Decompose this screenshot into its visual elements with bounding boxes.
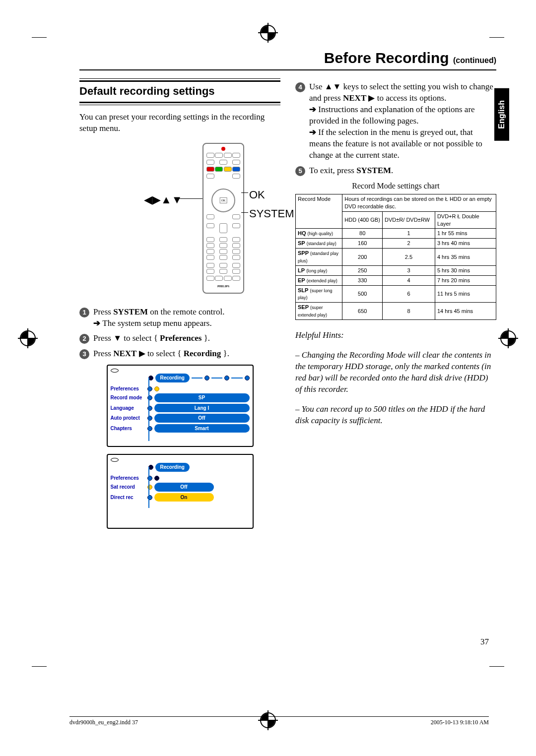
- table-row: EP (extended play)33047 hrs 20 mins: [296, 275, 496, 285]
- step2-preferences: Preferences: [160, 333, 201, 343]
- step3-text-c: ▶ to select {: [136, 349, 183, 358]
- osd2-satrecord-value: Off: [154, 483, 214, 492]
- step5-text-c: .: [391, 166, 393, 175]
- step-number-1: 1: [79, 308, 89, 317]
- th-hdd: HDD (400 GB): [342, 211, 383, 229]
- hints-title: Helpful Hints:: [295, 330, 496, 341]
- step-number-5: 5: [295, 166, 305, 176]
- crop-line: [32, 37, 47, 38]
- osd1-autoprotect-value: Off: [154, 414, 250, 423]
- osd2-header: Recording: [155, 463, 190, 472]
- step-2: 2 Press ▼ to select { Preferences }.: [79, 333, 280, 344]
- step1-system: SYSTEM: [113, 307, 148, 316]
- step-4: 4 Use ▲▼ keys to select the setting you …: [295, 81, 496, 161]
- table-caption: Record Mode settings chart: [295, 181, 496, 191]
- table-row: SLP (super long play)500611 hrs 5 mins: [296, 285, 496, 303]
- footer-filename: dvdr9000h_eu_eng2.indd 37: [69, 719, 138, 726]
- page-number: 37: [480, 637, 489, 647]
- table-row: SP (standard play)16023 hrs 40 mins: [296, 239, 496, 249]
- remote-system-label: SYSTEM: [249, 206, 294, 221]
- step3-recording: Recording: [184, 349, 221, 358]
- crop-line: [489, 37, 504, 38]
- table-row: SPP (standard play plus)2002.54 hrs 35 m…: [296, 249, 496, 266]
- remote-ok-label: OK: [249, 188, 265, 202]
- step1-result: The system setup menu appears.: [93, 318, 280, 329]
- title-continued: (continued): [453, 56, 496, 64]
- step3-text-e: }.: [221, 349, 229, 358]
- remote-arrow-keys-label: ◀▶▲▼: [144, 192, 183, 207]
- crop-line: [32, 666, 47, 667]
- step-5: 5 To exit, press SYSTEM.: [295, 165, 496, 177]
- hint-1: – Changing the Recording Mode will clear…: [295, 350, 496, 395]
- intro-text: You can preset your recording settings i…: [79, 112, 280, 134]
- section-heading: Default recording settings: [79, 80, 280, 103]
- osd1-chapters-value: Smart: [154, 424, 250, 433]
- step5-text-a: To exit, press: [309, 166, 356, 175]
- step-1: 1 Press SYSTEM on the remote control. Th…: [79, 307, 280, 329]
- osd1-chapters-label: Chapters: [111, 425, 145, 432]
- hint-2: – You can record up to 500 titles on the…: [295, 404, 496, 427]
- footer: dvdr9000h_eu_eng2.indd 37 2005-10-13 9:1…: [69, 716, 489, 726]
- step4-sub2: If the selection in the menu is greyed o…: [309, 127, 496, 161]
- step-3: 3 Press NEXT ▶ to select { Recording }.: [79, 348, 280, 360]
- osd2-directrec-label: Direct rec: [111, 494, 145, 501]
- step5-system: SYSTEM: [356, 166, 391, 175]
- registration-mark-right: [500, 330, 516, 346]
- step-number-3: 3: [79, 349, 89, 359]
- language-tab: English: [494, 88, 509, 141]
- page-title: Before Recording (continued): [79, 50, 496, 70]
- step1-text-c: on the remote control.: [148, 307, 224, 316]
- th-hours: Hours of recordings can be stored on the…: [342, 194, 496, 212]
- th-dl: DVD+R Ł Double Layer: [435, 211, 496, 229]
- title-main: Before Recording: [324, 50, 449, 66]
- osd1-language-value: Lang I: [154, 404, 250, 413]
- th-dvd: DVD±R/ DVD±RW: [383, 211, 435, 229]
- osd1-record-mode-value: SP: [154, 393, 250, 402]
- table-row: SEP (super extended play)650814 hrs 45 m…: [296, 303, 496, 320]
- step3-text-a: Press: [93, 349, 113, 358]
- osd-screenshot-2: Recording Preferences Sat recordOff Dire…: [107, 454, 254, 529]
- step3-next: NEXT: [113, 349, 136, 358]
- osd2-directrec-value: On: [154, 493, 214, 502]
- osd1-language-label: Language: [111, 405, 145, 412]
- table-row: HQ (high quality)8011 hr 55 mins: [296, 229, 496, 239]
- osd1-preferences: Preferences: [111, 385, 145, 392]
- th-record-mode: Record Mode: [296, 194, 342, 229]
- crop-line: [489, 666, 504, 667]
- osd2-preferences: Preferences: [111, 475, 145, 482]
- step1-text-a: Press: [93, 307, 113, 316]
- step-number-4: 4: [295, 82, 305, 92]
- remote-diagram: ◀▶▲▼ OK: [79, 143, 280, 302]
- footer-timestamp: 2005-10-13 9:18:10 AM: [431, 719, 489, 726]
- registration-mark-top: [260, 25, 276, 41]
- registration-mark-left: [20, 330, 36, 346]
- osd1-record-mode-label: Record mode: [111, 394, 145, 401]
- osd1-autoprotect-label: Auto protect: [111, 415, 145, 422]
- osd-screenshot-1: Recording Preferences Record modeSP Lang…: [107, 365, 254, 447]
- record-mode-table: Record Mode Hours of recordings can be s…: [295, 194, 496, 320]
- step2-text-c: }.: [201, 333, 210, 343]
- osd2-satrecord-label: Sat record: [111, 484, 145, 491]
- step4-text-c: ▶ to access its options.: [366, 93, 446, 103]
- osd1-header: Recording: [155, 374, 190, 382]
- table-row: LP (long play)25035 hrs 30 mins: [296, 265, 496, 275]
- step2-text-a: Press ▼ to select {: [93, 333, 160, 343]
- step4-next: NEXT: [343, 93, 366, 103]
- step4-sub1: Instructions and explanation of the opti…: [309, 104, 496, 127]
- step-number-2: 2: [79, 334, 89, 344]
